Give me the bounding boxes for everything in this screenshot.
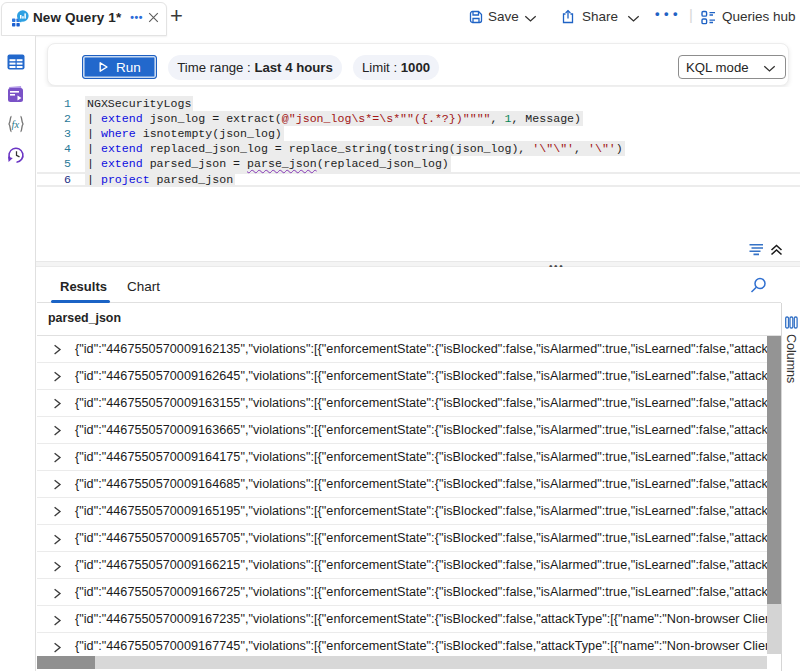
svg-text:fx: fx [12,119,20,130]
